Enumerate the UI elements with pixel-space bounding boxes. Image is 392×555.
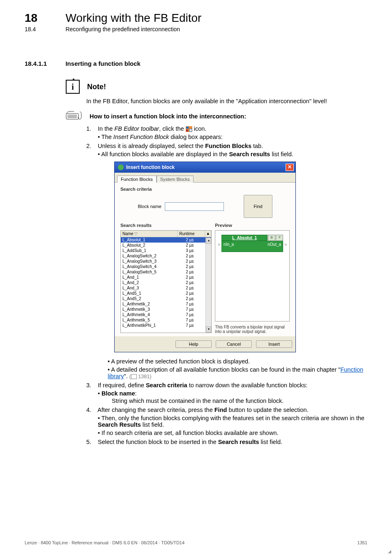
step-3-sub-detail: String which must be contained in the na…: [112, 398, 367, 404]
fb-name: L_Absolut_1: [221, 235, 267, 241]
step-5: 5. Select the function block to be inser…: [86, 439, 367, 445]
fb-badge-index: 0: [268, 235, 275, 241]
note-title: Note!: [87, 83, 106, 91]
step-1-sub: The Insert Function Block dialog box app…: [98, 134, 367, 140]
table-row[interactable]: L_Arithmetik_57 µs: [121, 317, 211, 323]
chapter-title: Working with the FB Editor: [65, 12, 201, 25]
info-icon: i: [66, 80, 80, 94]
search-criteria-label: Search criteria: [120, 187, 290, 192]
table-row[interactable]: L_And_12 µs: [121, 275, 211, 280]
table-row[interactable]: L_And_32 µs: [121, 285, 211, 291]
table-row[interactable]: L_Arithmetik_27 µs: [121, 301, 211, 307]
table-row[interactable]: L_AnalogSwitch_22 µs: [121, 253, 211, 259]
cell-name: L_ArithmetikPhi_1: [121, 323, 184, 328]
svg-rect-5: [186, 127, 189, 129]
tab-bar: Function BlocksSystem Blocks: [115, 173, 295, 182]
step-text: Unless it is already displayed, select t…: [98, 143, 263, 149]
section-title: Reconfiguring the predefined interconnec…: [65, 26, 180, 32]
step-number: 4.: [86, 407, 96, 413]
table-row[interactable]: L_And5_12 µs: [121, 291, 211, 296]
step-1: 1. In the FB Editor toolbar, click the i…: [86, 125, 367, 140]
fb-badge-help: ?: [276, 235, 283, 241]
step-text: If required, define Search criteria to n…: [98, 382, 307, 388]
chapter-number: 18: [25, 12, 64, 25]
table-row[interactable]: L_AnalogSwitch_52 µs: [121, 269, 211, 275]
cancel-button[interactable]: Cancel: [216, 340, 252, 348]
step-3: 3. If required, define Search criteria t…: [86, 382, 367, 404]
resize-grip-icon[interactable]: [387, 549, 391, 553]
fb-output-port: nOut_a: [267, 242, 281, 247]
cell-name: L_AnalogSwitch_2: [121, 253, 184, 259]
step-2: 2. Unless it is already displayed, selec…: [86, 143, 367, 157]
insert-button[interactable]: Insert: [256, 340, 292, 348]
table-row[interactable]: L_ArithmetikPhi_17 µs: [121, 323, 211, 328]
step-list: 1. In the FB Editor toolbar, click the i…: [86, 125, 367, 157]
page-header: 18 Working with the FB Editor 18.4 Recon…: [25, 12, 367, 33]
keyboard-mouse-icon: [66, 111, 85, 121]
step-4-sub-1: Then, only the function blocks complying…: [98, 415, 367, 428]
cell-name: L_AnalogSwitch_5: [121, 269, 184, 275]
table-row[interactable]: L_And_22 µs: [121, 280, 211, 285]
step-4: 4. After changing the search criteria, p…: [86, 407, 367, 436]
tab-function-blocks[interactable]: Function Blocks: [117, 176, 157, 183]
dialog-title: Insert function block: [126, 164, 175, 170]
fb-preview-block: L_Absolut_1 0 ? nIn_a nOut_a: [221, 235, 283, 252]
page-footer: Lenze · 8400 TopLine · Reference manual …: [25, 540, 367, 545]
cell-name: L_And_3: [121, 285, 184, 291]
section-number: 18.4: [25, 26, 64, 32]
howto-heading: How to insert a function block into the …: [66, 111, 367, 121]
app-icon: [118, 164, 124, 170]
column-runtime[interactable]: Runtime: [178, 231, 205, 237]
scroll-up-icon[interactable]: ▴: [206, 238, 211, 244]
scroll-down-icon[interactable]: ▾: [206, 326, 211, 333]
block-name-input[interactable]: [165, 202, 224, 211]
cell-name: L_Arithmetik_3: [121, 307, 184, 312]
step-4-sub-2: If no search criteria are set, all funct…: [98, 430, 367, 436]
page-number: 1351: [357, 540, 367, 545]
cell-name: L_Arithmetik_2: [121, 301, 184, 307]
footer-left: Lenze · 8400 TopLine · Reference manual …: [25, 540, 184, 545]
subsection-number: 18.4.1.1: [25, 60, 64, 67]
table-row[interactable]: L_And5_22 µs: [121, 296, 211, 301]
cell-name: L_Absolut_1: [121, 237, 184, 243]
svg-rect-7: [186, 130, 188, 132]
help-button[interactable]: Help: [175, 340, 212, 348]
close-icon[interactable]: ✕: [286, 164, 294, 171]
bullet-library-link: A detailed description of all available …: [108, 366, 367, 379]
note-box: i Note! In the FB Editor, function block…: [66, 80, 367, 104]
search-results-label: Search results: [120, 223, 212, 228]
table-row[interactable]: L_Arithmetik_37 µs: [121, 307, 211, 312]
sort-indicator-icon[interactable]: ▲: [205, 231, 211, 237]
column-name[interactable]: Name ▽: [121, 231, 178, 237]
book-icon: [131, 374, 137, 379]
step-text: After changing the search criteria, pres…: [97, 407, 308, 413]
step-2-sub: All function blocks available are displa…: [98, 151, 367, 157]
page-reference: ( 1381): [129, 374, 152, 379]
note-body: In the FB Editor, function blocks are on…: [86, 98, 367, 104]
table-row[interactable]: L_Absolut_22 µs: [121, 243, 211, 248]
tab-system-blocks[interactable]: System Blocks: [157, 176, 194, 183]
table-row[interactable]: L_AddSub_13 µs: [121, 248, 211, 253]
step-3-sub: Block name: String which must be contain…: [98, 390, 367, 404]
dialog-titlebar: Insert function block ✕: [115, 162, 295, 173]
svg-rect-6: [189, 129, 192, 132]
cell-name: L_And_1: [121, 275, 184, 280]
scrollbar[interactable]: ▴ ▾: [205, 238, 211, 333]
preview-label: Preview: [215, 223, 290, 228]
cell-name: L_AnalogSwitch_4: [121, 264, 184, 269]
cell-name: L_AnalogSwitch_3: [121, 259, 184, 264]
table-row[interactable]: L_Arithmetik_47 µs: [121, 312, 211, 317]
step-text: In the FB Editor toolbar, click the icon…: [98, 125, 206, 132]
results-table: Name ▽ Runtime ▲ L_Absolut_12 µsL_Absolu…: [120, 230, 212, 333]
table-row[interactable]: L_Absolut_12 µs: [121, 237, 211, 243]
cell-name: L_And_2: [121, 280, 184, 285]
table-row[interactable]: L_AnalogSwitch_42 µs: [121, 264, 211, 269]
find-button[interactable]: Find: [244, 195, 272, 218]
block-name-label: Block name: [120, 204, 161, 209]
bullet-preview: A preview of the selected function block…: [108, 358, 367, 365]
subsection-title: Inserting a function block: [65, 60, 141, 67]
fb-input-port: nIn_a: [224, 242, 234, 247]
table-row[interactable]: L_AnalogSwitch_32 µs: [121, 259, 211, 264]
cell-name: L_And5_1: [121, 291, 184, 296]
cell-name: L_AddSub_1: [121, 248, 184, 253]
